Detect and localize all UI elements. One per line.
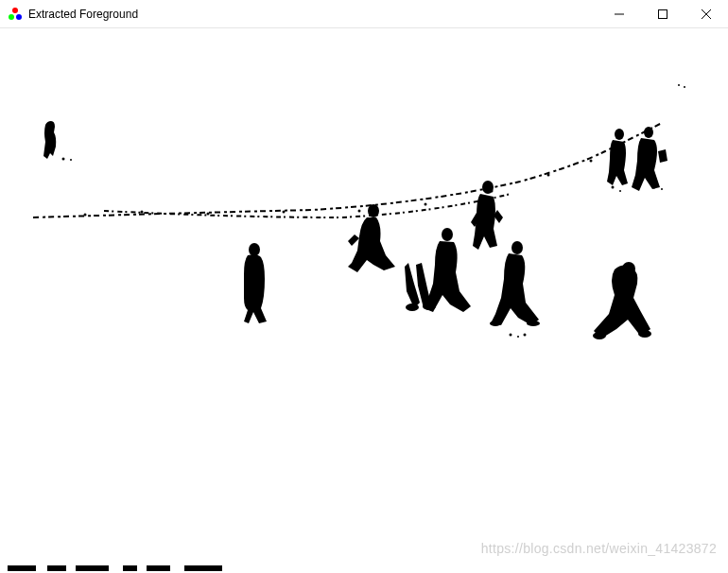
svg-rect-47: [184, 565, 222, 571]
svg-point-17: [547, 174, 550, 177]
svg-point-32: [593, 332, 606, 339]
svg-point-35: [644, 127, 653, 138]
svg-point-12: [207, 213, 210, 216]
svg-point-13: [283, 211, 286, 214]
svg-point-41: [684, 86, 685, 88]
foreground-extraction-result: [0, 28, 728, 573]
svg-point-31: [622, 262, 635, 275]
svg-point-34: [615, 129, 624, 140]
svg-point-24: [482, 181, 494, 194]
minimize-button[interactable]: [598, 0, 641, 28]
watermark-text: https://blog.csdn.net/weixin_41423872: [481, 541, 717, 556]
svg-point-39: [619, 190, 621, 192]
svg-rect-42: [8, 565, 36, 571]
svg-point-2: [16, 14, 22, 20]
window-title: Extracted Foreground: [28, 8, 138, 21]
titlebar: Extracted Foreground: [0, 0, 728, 28]
svg-rect-45: [123, 565, 137, 571]
svg-point-33: [638, 330, 651, 338]
svg-point-29: [517, 336, 519, 338]
svg-point-10: [84, 214, 87, 217]
svg-point-40: [678, 84, 680, 86]
maximize-button[interactable]: [641, 0, 685, 28]
svg-point-37: [661, 188, 663, 190]
svg-point-36: [653, 186, 656, 189]
close-button[interactable]: [685, 0, 728, 28]
svg-point-18: [590, 160, 593, 163]
svg-point-8: [62, 158, 65, 161]
svg-point-27: [527, 321, 540, 326]
svg-point-23: [442, 228, 453, 241]
svg-point-0: [12, 8, 18, 13]
opencv-icon: [8, 7, 23, 22]
svg-point-38: [612, 186, 615, 189]
svg-point-26: [490, 321, 501, 326]
window-controls: [598, 0, 728, 28]
svg-point-9: [70, 159, 72, 161]
svg-point-21: [406, 304, 419, 311]
image-viewport: https://blog.csdn.net/weixin_41423872: [0, 28, 728, 573]
svg-point-19: [249, 243, 260, 256]
svg-rect-46: [147, 565, 170, 571]
svg-point-11: [141, 211, 144, 214]
svg-point-25: [511, 241, 523, 254]
svg-rect-44: [76, 565, 109, 571]
svg-rect-43: [47, 565, 66, 571]
svg-point-1: [9, 14, 14, 20]
svg-point-28: [510, 334, 512, 337]
svg-point-30: [524, 334, 527, 337]
svg-point-20: [368, 204, 379, 217]
svg-point-14: [358, 210, 361, 213]
svg-point-15: [425, 203, 427, 206]
svg-rect-4: [659, 10, 667, 19]
